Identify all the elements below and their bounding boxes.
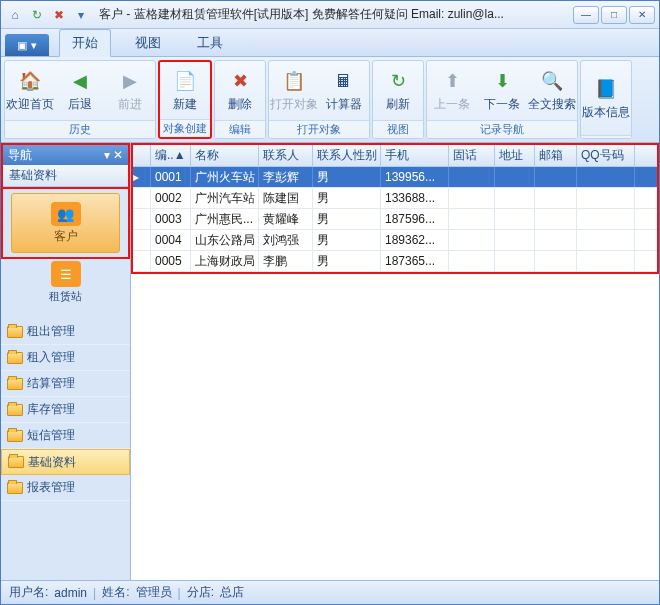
nav-item-label: 结算管理 — [27, 375, 75, 392]
cell-gender: 男 — [313, 167, 381, 187]
col-email[interactable]: 邮箱 — [535, 145, 577, 166]
document-icon: 📄 — [172, 68, 198, 94]
nav-item-label: 租入管理 — [27, 349, 75, 366]
col-id[interactable]: 编..▲ — [151, 145, 191, 166]
tab-tools[interactable]: 工具 — [185, 30, 235, 56]
table-row[interactable]: 0004山东公路局刘鸿强男189362... — [133, 230, 657, 251]
nav-item[interactable]: 租入管理 — [1, 345, 130, 371]
nav-pin-icon[interactable]: ▾ ✕ — [104, 148, 123, 162]
stop-icon[interactable]: ✖ — [49, 5, 69, 25]
dropdown-icon[interactable]: ▾ — [71, 5, 91, 25]
cell-mobile: 189362... — [381, 230, 449, 250]
card-icon: ☰ — [51, 261, 81, 287]
table-row[interactable]: 0003广州惠民...黄耀峰男187596... — [133, 209, 657, 230]
refresh-button[interactable]: ↻刷新 — [373, 61, 423, 120]
back-icon: ◀ — [67, 68, 93, 94]
minimize-button[interactable]: — — [573, 6, 599, 24]
table-row[interactable]: 0002广州汽车站陈建国男133688... — [133, 188, 657, 209]
info-icon: 📘 — [593, 76, 619, 102]
col-qq[interactable]: QQ号码 — [577, 145, 635, 166]
cell-id: 0001 — [151, 167, 191, 187]
row-indicator — [133, 209, 151, 229]
col-phone[interactable]: 固话 — [449, 145, 495, 166]
cell-name: 上海财政局 — [191, 251, 259, 271]
nav-item[interactable]: 基础资料 — [1, 449, 130, 475]
ribbon: 🏠欢迎首页 ◀后退 ▶前进 历史 📄新建 对象创建 ✖删除 编辑 📋打开对象 🖩… — [1, 57, 659, 143]
folder-icon — [7, 404, 23, 416]
nav-title: 导航▾ ✕ — [3, 145, 128, 165]
row-indicator — [133, 230, 151, 250]
nav-customer-button[interactable]: 👥 客户 — [11, 193, 120, 253]
ribbon-group-create: 📄新建 对象创建 — [158, 60, 212, 139]
table-row[interactable]: 0005上海财政局李鹏男187365... — [133, 251, 657, 272]
nav-item[interactable]: 结算管理 — [1, 371, 130, 397]
col-contact[interactable]: 联系人 — [259, 145, 313, 166]
status-user-label: 用户名: — [9, 584, 48, 601]
maximize-button[interactable]: □ — [601, 6, 627, 24]
open-object-button[interactable]: 📋打开对象 — [269, 61, 319, 120]
down-arrow-icon: ⬇ — [489, 68, 515, 94]
tab-start[interactable]: 开始 — [59, 29, 111, 57]
cell-id: 0004 — [151, 230, 191, 250]
col-address[interactable]: 地址 — [495, 145, 535, 166]
status-branch-label: 分店: — [187, 584, 214, 601]
delete-icon: ✖ — [227, 68, 253, 94]
nav-item[interactable]: 租出管理 — [1, 319, 130, 345]
col-name[interactable]: 名称 — [191, 145, 259, 166]
cell-name: 广州汽车站 — [191, 188, 259, 208]
cell-gender: 男 — [313, 188, 381, 208]
status-name-label: 姓名: — [102, 584, 129, 601]
nav-rental-button[interactable]: ☰ 租赁站 — [49, 261, 82, 317]
nav-item-label: 租出管理 — [27, 323, 75, 340]
folder-icon — [7, 326, 23, 338]
nav-category[interactable]: 基础资料 — [3, 165, 128, 187]
nav-item[interactable]: 库存管理 — [1, 397, 130, 423]
nav-item-label: 基础资料 — [28, 454, 76, 471]
nav-item[interactable]: 报表管理 — [1, 475, 130, 501]
forward-button[interactable]: ▶前进 — [105, 61, 155, 120]
cell-name: 广州惠民... — [191, 209, 259, 229]
home-icon[interactable]: ⌂ — [5, 5, 25, 25]
tab-view[interactable]: 视图 — [123, 30, 173, 56]
back-button[interactable]: ◀后退 — [55, 61, 105, 120]
nav-item-label: 报表管理 — [27, 479, 75, 496]
nav-item[interactable]: 短信管理 — [1, 423, 130, 449]
close-button[interactable]: ✕ — [629, 6, 655, 24]
delete-button[interactable]: ✖删除 — [215, 61, 265, 120]
col-mobile[interactable]: 手机 — [381, 145, 449, 166]
next-record-button[interactable]: ⬇下一条 — [477, 61, 527, 120]
nav-item-label: 库存管理 — [27, 401, 75, 418]
cell-gender: 男 — [313, 230, 381, 250]
open-icon: 📋 — [281, 68, 307, 94]
prev-record-button[interactable]: ⬆上一条 — [427, 61, 477, 120]
table-row[interactable]: ▸0001广州火车站李彭辉男139956... — [133, 167, 657, 188]
reload-icon[interactable]: ↻ — [27, 5, 47, 25]
cell-mobile: 133688... — [381, 188, 449, 208]
cell-gender: 男 — [313, 251, 381, 271]
window-title: 客户 - 蓝格建材租赁管理软件[试用版本] 免费解答任何疑问 Email: zu… — [99, 6, 573, 23]
cell-id: 0003 — [151, 209, 191, 229]
cell-gender: 男 — [313, 209, 381, 229]
col-gender[interactable]: 联系人性别 — [313, 145, 381, 166]
new-button[interactable]: 📄新建 — [160, 62, 210, 119]
content-area: 编..▲ 名称 联系人 联系人性别 手机 固话 地址 邮箱 QQ号码 ▸0001… — [131, 143, 659, 580]
app-menu-button[interactable]: ▣ ▾ — [5, 34, 49, 56]
cell-id: 0002 — [151, 188, 191, 208]
ribbon-group-edit: ✖删除 编辑 — [214, 60, 266, 139]
home-button[interactable]: 🏠欢迎首页 — [5, 61, 55, 120]
cell-mobile: 139956... — [381, 167, 449, 187]
folder-icon — [7, 352, 23, 364]
cell-contact: 李鹏 — [259, 251, 313, 271]
status-branch-value: 总店 — [220, 584, 244, 601]
calculator-button[interactable]: 🖩计算器 — [319, 61, 369, 120]
house-icon: 🏠 — [17, 68, 43, 94]
version-info-button[interactable]: 📘版本信息 — [581, 61, 631, 135]
cell-contact: 黄耀峰 — [259, 209, 313, 229]
ribbon-group-view: ↻刷新 视图 — [372, 60, 424, 139]
grid-header: 编..▲ 名称 联系人 联系人性别 手机 固话 地址 邮箱 QQ号码 — [133, 145, 657, 167]
cell-mobile: 187365... — [381, 251, 449, 271]
status-name-value: 管理员 — [136, 584, 172, 601]
fulltext-search-button[interactable]: 🔍全文搜索 — [527, 61, 577, 120]
cell-contact: 陈建国 — [259, 188, 313, 208]
grid-empty-area — [131, 274, 659, 580]
